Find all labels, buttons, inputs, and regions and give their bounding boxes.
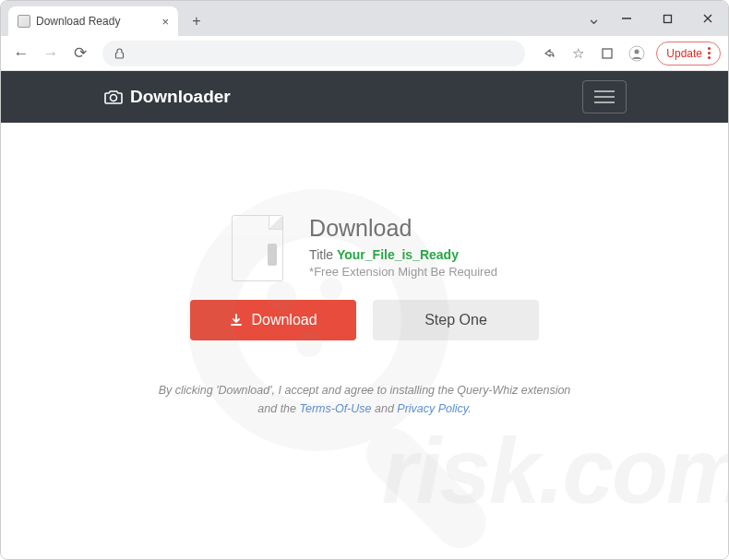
legal-suffix: .	[468, 402, 471, 415]
download-button-label: Download	[251, 312, 317, 328]
menu-dots-icon	[708, 47, 711, 59]
main-content: Download Title Your_File_is_Ready *Free …	[1, 123, 728, 418]
extensions-icon[interactable]	[593, 40, 621, 67]
page-navbar: Downloader	[1, 71, 728, 123]
browser-toolbar: ← → ⟳ ☆ Update	[1, 36, 728, 71]
title-prefix: Title	[309, 247, 337, 262]
filename: Your_File_is_Ready	[337, 247, 459, 262]
terms-link[interactable]: Terms-Of-Use	[299, 402, 371, 415]
download-button[interactable]: Download	[190, 300, 356, 340]
svg-point-6	[635, 49, 639, 54]
menu-toggle[interactable]	[582, 80, 627, 113]
page-content: risk.com Downloader Download Title Your_…	[1, 71, 728, 560]
download-text: Download Title Your_File_is_Ready *Free …	[309, 215, 497, 279]
download-heading: Download	[309, 215, 497, 242]
window-controls: ⌄	[587, 1, 728, 36]
file-title-line: Title Your_File_is_Ready	[309, 247, 497, 262]
update-button[interactable]: Update	[656, 42, 721, 66]
svg-rect-1	[663, 15, 671, 22]
new-tab-button[interactable]: +	[184, 8, 209, 34]
tab-title: Download Ready	[36, 15, 156, 28]
hamburger-icon	[594, 90, 615, 103]
svg-rect-8	[355, 418, 496, 551]
tab-favicon	[18, 15, 30, 28]
address-bar[interactable]	[102, 41, 525, 66]
bookmark-star-icon[interactable]: ☆	[564, 40, 592, 67]
browser-tab[interactable]: Download Ready ×	[8, 6, 178, 36]
watermark-text: risk.com	[382, 418, 729, 524]
brand-text: Downloader	[130, 87, 231, 107]
step-button-label: Step One	[424, 312, 487, 328]
brand[interactable]: Downloader	[104, 87, 231, 107]
step-one-button[interactable]: Step One	[373, 300, 539, 340]
privacy-link[interactable]: Privacy Policy	[397, 402, 468, 415]
zip-file-icon	[232, 215, 283, 281]
download-info-row: Download Title Your_File_is_Ready *Free …	[232, 215, 497, 281]
svg-rect-4	[603, 49, 612, 58]
lock-icon	[114, 47, 125, 59]
svg-point-12	[111, 95, 117, 101]
update-label: Update	[666, 47, 702, 60]
tab-overflow-icon[interactable]: ⌄	[587, 8, 601, 29]
minimize-button[interactable]	[606, 5, 647, 32]
maximize-button[interactable]	[647, 5, 687, 32]
legal-prefix: and the	[257, 402, 299, 415]
tab-close-icon[interactable]: ×	[161, 15, 169, 29]
browser-titlebar: Download Ready × + ⌄	[1, 1, 728, 36]
download-icon	[229, 313, 244, 328]
legal-line1: By clicking 'Download', I accept and agr…	[159, 381, 571, 399]
reload-button[interactable]: ⟳	[67, 41, 93, 66]
legal-mid: and	[372, 402, 398, 415]
extension-note: *Free Extension Might Be Required	[309, 265, 497, 279]
camera-icon	[104, 89, 123, 105]
share-icon[interactable]	[534, 40, 562, 67]
legal-text: By clicking 'Download', I accept and agr…	[159, 381, 571, 418]
legal-line2: and the Terms-Of-Use and Privacy Policy.	[159, 399, 571, 418]
back-button[interactable]: ←	[8, 41, 34, 66]
toolbar-right: ☆ Update	[534, 40, 721, 67]
forward-button[interactable]: →	[38, 41, 64, 66]
close-window-button[interactable]	[687, 5, 728, 32]
profile-icon[interactable]	[623, 40, 651, 67]
button-row: Download Step One	[190, 300, 539, 340]
